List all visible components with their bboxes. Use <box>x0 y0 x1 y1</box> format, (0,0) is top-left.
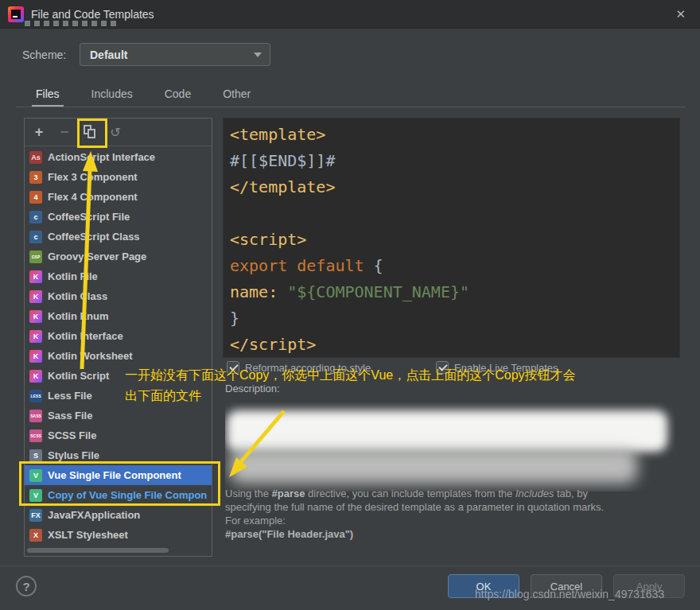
template-list-item[interactable]: KKotlin Class <box>25 286 212 306</box>
code-line: #[[$END$]]# <box>230 148 679 174</box>
less-file-icon: LESS <box>29 390 42 402</box>
template-list-item[interactable]: VCopy of Vue Single File Compon <box>25 485 212 505</box>
description-help-text: Using the #parse directive, you can incl… <box>225 487 680 541</box>
horizontal-scrollbar[interactable] <box>27 548 169 553</box>
scheme-label: Scheme: <box>22 49 66 61</box>
help-button[interactable]: ? <box>16 576 37 596</box>
actionscript-interface-icon: As <box>29 151 42 164</box>
description-line: Using the #parse directive, you can incl… <box>225 487 680 500</box>
template-list-item[interactable]: KKotlin Interface <box>25 326 212 346</box>
kotlin-class-icon: K <box>29 290 42 303</box>
template-name: Kotlin Worksheet <box>48 350 133 362</box>
template-name: SCSS File <box>48 429 96 441</box>
revert-template-button[interactable]: ↺ <box>107 124 123 140</box>
blur-blob <box>230 449 637 484</box>
template-name: XSLT Stylesheet <box>48 529 128 541</box>
template-name: Kotlin Script <box>48 370 109 382</box>
template-list-item[interactable]: 3Flex 3 Component <box>25 167 212 187</box>
template-name: Less File <box>48 390 92 402</box>
template-list-item[interactable]: GSPGroovy Server Page <box>25 247 212 266</box>
cancel-button[interactable]: Cancel <box>531 574 602 598</box>
apply-button[interactable]: Apply <box>613 574 685 598</box>
kotlin-interface-icon: K <box>29 330 42 343</box>
ok-button[interactable]: OK <box>448 574 519 598</box>
template-code-editor[interactable]: <template>#[[$END$]]#</template> <script… <box>223 118 680 358</box>
template-list-item[interactable]: cCoffeeScript Class <box>25 227 212 247</box>
template-name: Kotlin File <box>48 270 98 282</box>
template-list-item[interactable]: SCSSSCSS File <box>25 425 212 445</box>
kotlin-worksheet-icon: K <box>29 350 42 363</box>
copy-icon <box>88 129 95 138</box>
template-name: JavaFXApplication <box>48 509 140 521</box>
template-list-item[interactable]: XXSLT Stylesheet <box>25 525 212 545</box>
code-line: export default { <box>230 253 679 279</box>
coffeescript-file-icon: c <box>29 211 42 223</box>
template-list-item[interactable]: SStylus File <box>25 445 212 465</box>
editor-code: <template>#[[$END$]]#</template> <script… <box>224 119 679 358</box>
file-and-code-templates-dialog: File and Code Templates ✕ Scheme: Defaul… <box>0 0 700 610</box>
window-title: File and Code Templates <box>31 8 154 21</box>
annotation-note: 一开始没有下面这个Copy，你选中上面这个Vue，点击上面的这个Copy按钮才会… <box>125 365 576 406</box>
template-list-item[interactable]: cCoffeeScript File <box>25 207 212 227</box>
flex-3-component-icon: 3 <box>29 171 42 184</box>
tabs-separator <box>16 107 686 107</box>
code-line: </script> <box>230 332 679 358</box>
sass-file-icon: SASS <box>29 410 42 422</box>
chevron-down-icon <box>254 52 262 57</box>
template-name: Sass File <box>48 410 92 422</box>
template-list-item[interactable]: KKotlin Worksheet <box>25 346 212 366</box>
template-name: Vue Single File Component <box>48 469 181 481</box>
template-name: Flex 4 Component <box>48 191 138 203</box>
code-line <box>230 200 679 227</box>
tab-includes[interactable]: Includes <box>88 83 137 107</box>
close-icon[interactable]: ✕ <box>669 6 692 23</box>
template-name: Kotlin Interface <box>48 330 123 342</box>
template-list-item[interactable]: KKotlin Enum <box>25 306 212 326</box>
annotation-note-line: 一开始没有下面这个Copy，你选中上面这个Vue，点击上面的这个Copy按钮才会 <box>125 365 576 386</box>
template-list-item[interactable]: KKotlin File <box>25 266 212 286</box>
code-line: </template> <box>230 174 679 200</box>
template-name: Copy of Vue Single File Compon <box>48 489 207 501</box>
add-template-button[interactable]: + <box>31 124 47 140</box>
template-list-item[interactable]: AsActionScript Interface <box>25 147 212 167</box>
template-name: Stylus File <box>48 449 99 461</box>
clipped-background-text <box>25 21 120 26</box>
tab-files[interactable]: Files <box>32 83 64 107</box>
template-list: AsActionScript Interface3Flex 3 Componen… <box>25 147 212 545</box>
stylus-file-icon: S <box>29 449 42 462</box>
kotlin-enum-icon: K <box>29 310 42 323</box>
template-name: Flex 3 Component <box>48 171 138 183</box>
template-name: ActionScript Interface <box>48 151 155 163</box>
blur-blob <box>227 410 667 452</box>
intellij-logo-icon <box>8 6 24 22</box>
blurred-description-area <box>225 402 675 491</box>
tab-other[interactable]: Other <box>219 83 255 107</box>
footer-separator <box>0 565 700 566</box>
template-list-item[interactable]: SASSSass File <box>25 406 212 425</box>
code-line: } <box>230 305 679 332</box>
template-name: Kotlin Enum <box>48 310 109 322</box>
template-name: Groovy Server Page <box>48 251 146 262</box>
copy-template-button[interactable] <box>82 124 98 140</box>
javafx-application-icon: FX <box>29 509 42 522</box>
templates-list-panel: + − ↺ AsActionScript Interface3Flex 3 Co… <box>24 118 212 557</box>
template-list-item[interactable]: 4Flex 4 Component <box>25 187 212 207</box>
template-name: CoffeeScript Class <box>48 231 140 243</box>
template-list-item[interactable]: FXJavaFXApplication <box>25 505 212 525</box>
remove-template-button[interactable]: − <box>56 124 72 140</box>
list-toolbar: + − ↺ <box>25 119 212 146</box>
template-name: CoffeeScript File <box>48 211 130 223</box>
xslt-stylesheet-icon: X <box>29 529 42 542</box>
kotlin-script-icon: K <box>29 370 42 383</box>
template-list-item[interactable]: VVue Single File Component <box>25 465 212 485</box>
flex-4-component-icon: 4 <box>29 191 42 204</box>
code-line: <script> <box>230 227 679 253</box>
tab-code[interactable]: Code <box>161 83 195 107</box>
groovy-server-page-icon: GSP <box>29 251 42 263</box>
vue-file-icon: V <box>29 469 42 482</box>
scss-file-icon: SCSS <box>29 429 42 442</box>
description-line: specifying the full name of the desired … <box>225 500 680 514</box>
scheme-dropdown[interactable]: Default <box>80 43 270 66</box>
kotlin-file-icon: K <box>29 270 42 283</box>
vue-file-icon: V <box>29 489 42 502</box>
